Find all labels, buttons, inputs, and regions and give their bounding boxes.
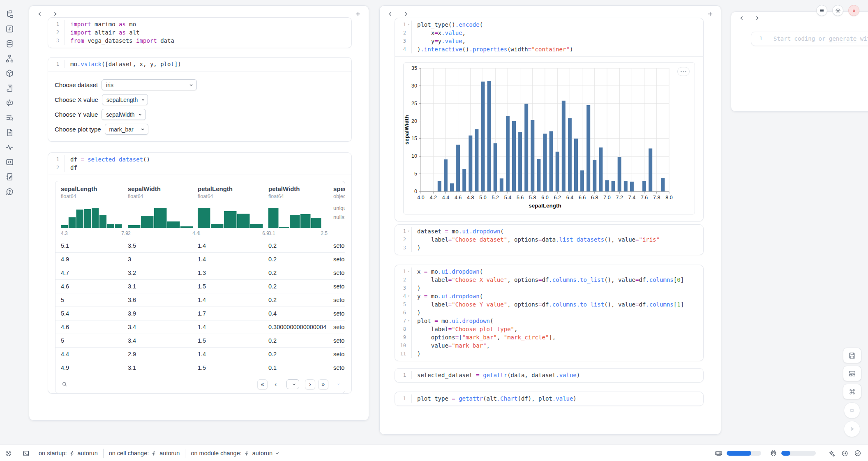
column-header[interactable]: sepalWidth <box>128 185 161 192</box>
page-select[interactable] <box>286 379 299 389</box>
code-line[interactable]: 11) <box>395 350 703 358</box>
code-editor[interactable]: 1▾x = mo.ui.dropdown(2 label="Choose X v… <box>395 265 703 361</box>
snippets-icon[interactable] <box>5 128 14 137</box>
code-editor[interactable]: 1df = selected_dataset()2df <box>48 153 351 175</box>
code-line[interactable]: 10 value="mark_bar", <box>395 341 703 350</box>
table-row[interactable]: 53.41.50.2setosa <box>55 334 345 347</box>
next-page-button[interactable]: › <box>305 379 315 390</box>
table-row[interactable]: 4.42.91.40.2setosa <box>55 347 345 361</box>
code-line[interactable]: 1selected_dataset = getattr(data, datase… <box>395 371 703 379</box>
download-button[interactable] <box>335 383 340 386</box>
code-editor[interactable]: 1selected_dataset = getattr(data, datase… <box>395 369 703 382</box>
choose-x-value-select[interactable]: sepalLength <box>102 94 148 105</box>
code-line[interactable]: 1mo.vstack([dataset, x, y, plot]) <box>48 60 351 68</box>
code-line[interactable]: 3from vega_datasets import data <box>48 37 351 45</box>
menu-button[interactable] <box>816 5 827 16</box>
prev-page-button[interactable]: ‹ <box>270 379 281 390</box>
search-logs-icon[interactable] <box>5 113 14 122</box>
column-histogram[interactable] <box>61 204 122 230</box>
shutdown-button[interactable] <box>848 5 859 16</box>
code-editor[interactable]: 1▾plot_type().encode(2 x=x.value,3 y=y.v… <box>395 18 703 56</box>
choose-plot-type-select[interactable]: mark_bar <box>105 124 148 135</box>
code-editor[interactable]: 1import marimo as mo2import altair as al… <box>48 18 351 48</box>
chatbot-icon[interactable] <box>5 99 14 108</box>
column-header[interactable]: species <box>333 185 345 192</box>
add-cell-icon[interactable] <box>355 11 361 17</box>
save-button[interactable] <box>843 348 861 363</box>
code-line[interactable]: 2 label="Choose dataset", options=data.l… <box>395 235 703 244</box>
code-line[interactable]: 6) <box>395 309 703 317</box>
code-line[interactable]: 1▾dataset = mo.ui.dropdown( <box>395 227 703 235</box>
check-circle-icon[interactable] <box>854 449 861 457</box>
code-line[interactable]: 4).interactive().properties(width="conta… <box>395 45 703 53</box>
run-mode-1[interactable]: on cell change:autorun <box>109 450 180 456</box>
code-line[interactable]: 3) <box>395 284 703 292</box>
column-header[interactable]: sepalLength <box>61 185 97 192</box>
terminal-icon[interactable] <box>23 450 30 457</box>
database-icon[interactable] <box>5 39 14 48</box>
choose-y-value-select[interactable]: sepalWidth <box>102 109 146 120</box>
chevron-left-icon[interactable] <box>37 11 43 17</box>
code-line[interactable]: 1plot_type = getattr(alt.Chart(df), plot… <box>395 394 703 403</box>
code-line[interactable]: 3 y=y.value, <box>395 37 703 45</box>
last-page-button[interactable]: » <box>318 379 328 390</box>
table-row[interactable]: 5.43.91.70.4setosa <box>55 307 345 320</box>
add-cell-icon[interactable] <box>707 11 713 17</box>
column-header[interactable]: petalWidth <box>268 185 300 192</box>
code-line[interactable]: 1▾plot_type().encode( <box>395 21 703 29</box>
chevron-right-icon[interactable] <box>403 11 409 17</box>
table-row[interactable]: 4.73.21.30.2setosa <box>55 266 345 279</box>
chart-actions-button[interactable] <box>677 67 690 76</box>
altair-bar-chart[interactable]: 4.04.24.44.64.85.05.25.45.65.86.06.26.46… <box>403 62 695 214</box>
code-line[interactable]: 1import marimo as mo <box>48 20 351 28</box>
chevron-left-icon[interactable] <box>387 11 393 17</box>
copilot-icon[interactable] <box>841 449 849 457</box>
shortcuts-button[interactable] <box>843 384 861 399</box>
run-button[interactable] <box>844 421 860 437</box>
scratchpad-icon[interactable] <box>5 173 14 182</box>
table-row[interactable]: 4.63.11.50.2setosa <box>55 279 345 293</box>
column-histogram[interactable] <box>128 204 194 230</box>
code-block-icon[interactable] <box>5 158 14 167</box>
script-icon[interactable] <box>5 84 14 93</box>
code-editor[interactable]: 1Start coding or generate with <box>751 32 868 46</box>
layout-button[interactable] <box>843 366 861 381</box>
code-line[interactable]: 2 x=x.value, <box>395 29 703 37</box>
chevron-right-icon[interactable] <box>754 15 760 21</box>
code-editor[interactable]: 1plot_type = getattr(alt.Chart(df), plot… <box>395 392 703 406</box>
column-histogram[interactable] <box>198 204 263 230</box>
run-mode-0[interactable]: on startup:autorun <box>39 450 98 456</box>
chevron-right-icon[interactable] <box>52 11 58 17</box>
code-line[interactable]: 7▾plot = mo.ui.dropdown( <box>395 317 703 325</box>
chevron-left-icon[interactable] <box>739 15 745 21</box>
table-row[interactable]: 53.61.40.2setosa <box>55 293 345 307</box>
table-row[interactable]: 5.13.51.40.2setosa <box>55 239 345 252</box>
column-histogram[interactable] <box>268 204 322 230</box>
activity-icon[interactable] <box>5 143 14 152</box>
table-row[interactable]: 4.93.11.50.1setosa <box>55 361 345 374</box>
code-line[interactable]: 5 label="Choose Y value", options=df.col… <box>395 300 703 309</box>
table-row[interactable]: 4.63.41.40.3000000000000004setosa <box>55 320 345 334</box>
code-editor[interactable]: 1▾dataset = mo.ui.dropdown(2 label="Choo… <box>395 225 703 255</box>
code-line[interactable]: 3) <box>395 244 703 252</box>
code-line[interactable]: 9 options=["mark_bar", "mark_circle"], <box>395 333 703 341</box>
help-icon[interactable] <box>5 187 14 196</box>
code-line[interactable]: 4▾y = mo.ui.dropdown( <box>395 292 703 300</box>
sparkles-icon[interactable] <box>828 449 836 457</box>
package-icon[interactable] <box>5 69 14 78</box>
file-tree-icon[interactable] <box>5 10 14 19</box>
run-mode-2[interactable]: on module change:autorun <box>191 450 279 456</box>
choose-dataset-select[interactable]: iris <box>102 79 197 90</box>
code-line[interactable]: 1▾x = mo.ui.dropdown( <box>395 267 703 276</box>
code-editor[interactable]: 1mo.vstack([dataset, x, y, plot]) <box>48 58 351 71</box>
code-line[interactable]: 2 label="Choose X value", options=df.col… <box>395 276 703 284</box>
search-icon[interactable] <box>61 381 68 387</box>
code-line[interactable]: 2import altair as alt <box>48 28 351 37</box>
table-row[interactable]: 4.931.40.2setosa <box>55 252 345 266</box>
code-line[interactable]: 2df <box>48 164 351 172</box>
stop-button[interactable] <box>844 402 860 419</box>
function-square-icon[interactable] <box>5 25 14 34</box>
first-page-button[interactable]: « <box>257 379 268 390</box>
code-line[interactable]: 1df = selected_dataset() <box>48 155 351 164</box>
code-line[interactable]: 8 label="Choose plot type", <box>395 325 703 333</box>
